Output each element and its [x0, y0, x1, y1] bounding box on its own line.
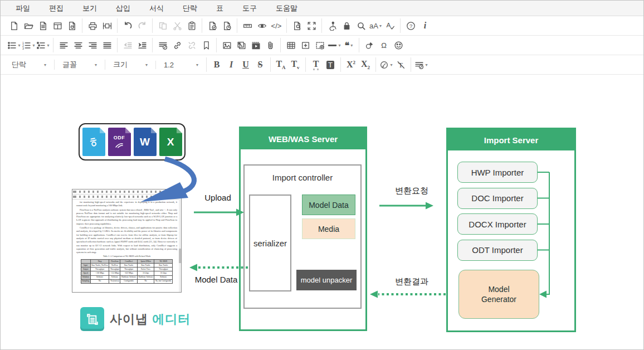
horizontal-rule-icon[interactable]: ▾	[327, 38, 341, 52]
request-label: 변환요청	[386, 186, 437, 196]
preview-icon[interactable]	[255, 18, 269, 33]
redo-icon[interactable]	[135, 18, 149, 33]
preview-table: NtopFlowScanCoralReefSprint IPMonNG-MONI…	[81, 259, 173, 284]
unlink-icon[interactable]	[184, 38, 199, 52]
excel-file-icon: X	[159, 128, 182, 156]
protect-icon[interactable]	[339, 18, 354, 33]
importer-box-3: ODT Importer	[457, 240, 538, 261]
superscript-button[interactable]: X2	[344, 57, 358, 72]
font-size-up-button[interactable]: TA	[274, 57, 288, 72]
special-character-icon[interactable]: Ω	[377, 38, 391, 52]
subscript-button[interactable]: X2	[358, 57, 373, 72]
info-icon[interactable]: i	[418, 18, 432, 33]
svg-text:A: A	[386, 21, 391, 28]
underline-button[interactable]: U	[238, 57, 253, 72]
editor-check-icon[interactable]	[205, 18, 219, 33]
multilevel-list-icon[interactable]: ▾	[36, 38, 50, 52]
menu-item-8[interactable]: 도움말	[266, 3, 307, 13]
menu-item-3[interactable]: 삽입	[106, 3, 140, 13]
paste-icon[interactable]	[184, 18, 199, 33]
image-icon[interactable]	[219, 38, 234, 52]
image-map-icon[interactable]	[234, 38, 248, 52]
page-setup-icon[interactable]	[100, 18, 114, 33]
help-icon[interactable]: ?	[403, 18, 418, 33]
emoticon-icon[interactable]	[391, 38, 406, 52]
paragraph-style-icon[interactable]: ▾	[414, 57, 428, 72]
indent-icon[interactable]	[135, 38, 149, 52]
menu-item-4[interactable]: 서식	[140, 3, 173, 13]
font-scale-icon[interactable]: aA▾	[368, 18, 383, 33]
menu-item-0[interactable]: 파일	[6, 3, 40, 13]
menu-item-5[interactable]: 단락	[173, 3, 207, 13]
add-snippet-icon[interactable]	[313, 38, 327, 52]
clear-format-icon[interactable]: T	[393, 57, 408, 72]
curved-arrow-shaft	[165, 159, 194, 192]
align-left-icon[interactable]	[56, 38, 71, 52]
font-size-select[interactable]: 크기▾	[108, 60, 153, 70]
editor-history-icon[interactable]	[219, 18, 234, 33]
paragraph-format-icon[interactable]	[155, 38, 170, 52]
italic-button[interactable]: I	[224, 57, 238, 72]
strikethrough-button[interactable]: S	[253, 57, 267, 72]
bold-button[interactable]: B	[209, 57, 224, 72]
model-unpacker-box: model unpacker	[296, 270, 357, 290]
media-box: Media	[302, 218, 355, 239]
draw-shape-icon[interactable]	[362, 38, 377, 52]
align-center-icon[interactable]	[71, 38, 85, 52]
numbered-list-icon[interactable]: 123▾	[21, 38, 36, 52]
menu-item-2[interactable]: 보기	[73, 3, 106, 13]
attachment-icon[interactable]	[263, 38, 277, 52]
copy-icon[interactable]	[155, 18, 170, 33]
document-restore-icon[interactable]	[65, 18, 79, 33]
font-size-down-button[interactable]: Tv	[288, 57, 303, 72]
webwas-server-title: WEB/WAS Server	[241, 128, 365, 149]
importer-box-1: DOC Importer	[457, 188, 538, 209]
editor-canvas[interactable]: ODFWX for monitoring high-speed networks…	[1, 75, 643, 349]
search-icon[interactable]	[354, 18, 368, 33]
align-justify-icon[interactable]	[100, 38, 114, 52]
link-icon[interactable]	[170, 38, 184, 52]
form-properties-icon[interactable]	[50, 18, 65, 33]
menu-item-6[interactable]: 표	[207, 3, 233, 13]
ruler-icon[interactable]	[240, 18, 255, 33]
table-icon[interactable]	[284, 38, 298, 52]
font-family-select[interactable]: 글꼴▾	[57, 60, 102, 70]
import-controller-label: Import controller	[245, 173, 360, 182]
undo-icon[interactable]	[120, 18, 135, 33]
source-code-icon[interactable]: </>	[269, 18, 284, 33]
line-height-select[interactable]: 1.2▾	[159, 61, 203, 69]
menu-item-1[interactable]: 편집	[40, 3, 73, 13]
bullet-list-icon[interactable]: ▾	[7, 38, 21, 52]
odf-file-icon: ODF	[108, 128, 131, 156]
cut-icon[interactable]	[170, 18, 184, 33]
fullscreen-icon[interactable]	[304, 18, 319, 33]
logo-text-editor: 에디터	[152, 312, 191, 326]
paragraph-select[interactable]: 단락▾	[7, 60, 51, 70]
character-style-icon[interactable]: ▾	[379, 57, 393, 72]
menu-bar: 파일편집보기삽입서식단락표도구도움말	[1, 1, 643, 16]
video-icon[interactable]	[248, 38, 263, 52]
document-text-icon[interactable]	[36, 18, 50, 33]
svg-text:3: 3	[23, 46, 25, 50]
importer-list: HWP ImporterDOC ImporterDOCX ImporterODT…	[457, 162, 538, 265]
synap-logo-icon	[80, 307, 104, 331]
result-label: 변환결과	[386, 276, 437, 287]
align-right-icon[interactable]	[85, 38, 100, 52]
add-textbox-icon[interactable]	[298, 38, 313, 52]
outdent-icon[interactable]	[120, 38, 135, 52]
logo-text-synap: 사이냅	[110, 312, 148, 326]
preview-scrollbar	[179, 195, 181, 292]
menu-item-7[interactable]: 도구	[233, 3, 266, 13]
text-color-button[interactable]: T	[309, 57, 323, 72]
background-color-button[interactable]: T	[323, 57, 338, 72]
importer-box-2: DOCX Importer	[457, 213, 538, 235]
new-document-icon[interactable]	[7, 18, 21, 33]
blockquote-icon[interactable]: ❝▾	[341, 38, 356, 52]
insert-toolbar: ▾123▾▾▾❝▾Ω	[1, 36, 643, 55]
open-document-icon[interactable]	[21, 18, 36, 33]
print-icon[interactable]	[85, 18, 100, 33]
bookmark-icon[interactable]	[199, 38, 213, 52]
spellcheck-icon[interactable]: A	[383, 18, 397, 33]
accessibility-icon[interactable]	[325, 18, 339, 33]
find-document-icon[interactable]	[290, 18, 304, 33]
